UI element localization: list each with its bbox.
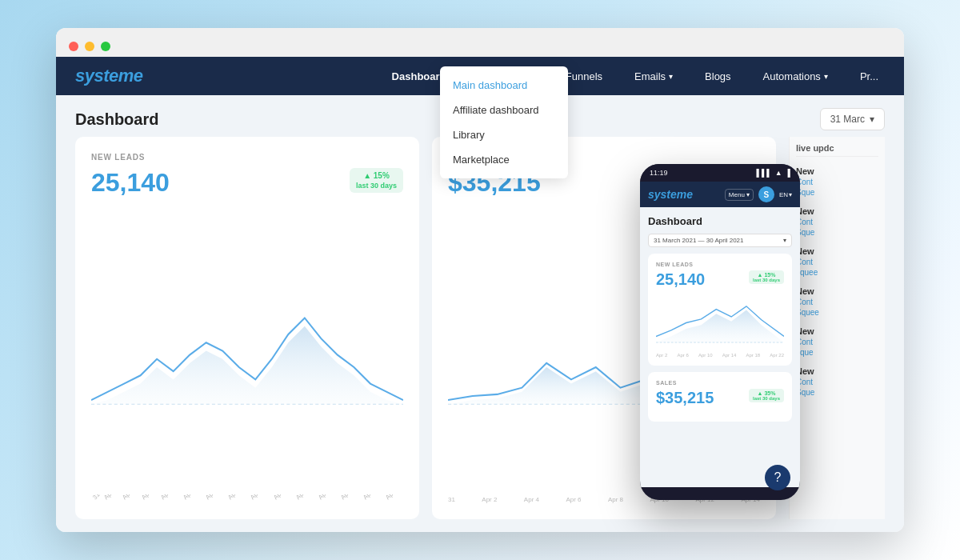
update-detail: Squee	[796, 308, 878, 317]
x-label: Apr 26	[339, 494, 358, 501]
x-label: Apr 8	[140, 494, 156, 501]
update-detail: Cont	[796, 218, 878, 226]
traffic-light-red[interactable]	[69, 42, 78, 51]
chevron-down-icon: ▾	[824, 72, 828, 81]
traffic-light-green[interactable]	[101, 42, 110, 51]
phone-leads-chart	[656, 295, 784, 351]
update-new-label: New	[796, 246, 878, 256]
phone-menu-button[interactable]: Menu ▾	[725, 189, 754, 201]
update-detail: Cont	[796, 298, 878, 306]
new-leads-card: NEW LEADS 25,140 ▲ 15% last 30 days	[75, 137, 419, 519]
new-leads-value-row: 25,140 ▲ 15% last 30 days	[91, 168, 403, 198]
x-label: 31	[448, 496, 455, 503]
x-label: Apr 28	[362, 494, 380, 501]
browser-chrome	[56, 28, 904, 57]
badge-sub: last 30 days	[356, 182, 397, 190]
update-detail: Sque	[796, 188, 878, 197]
x-label: Apr 6	[121, 494, 137, 501]
x-label: Apr 12	[182, 494, 200, 501]
chevron-down-icon: ▾	[783, 237, 786, 244]
phone-sales-card: SALES $35,215 ▲ 35% last 30 days	[648, 372, 792, 422]
date-range-button[interactable]: 31 Marc ▾	[820, 108, 885, 130]
update-new-label: New	[796, 326, 878, 336]
x-label: Apr 10	[159, 494, 178, 501]
phone-sales-value-row: $35,215 ▲ 35% last 30 days	[656, 389, 784, 407]
right-panel: live updc New Cont Sque New Cont Sque Ne…	[789, 137, 885, 519]
update-detail: Cont	[796, 338, 878, 346]
x-label: Apr 18	[249, 494, 267, 501]
new-leads-label: NEW LEADS	[91, 153, 403, 162]
phone-avatar[interactable]: S	[758, 186, 774, 202]
new-leads-value: 25,140	[91, 168, 170, 198]
traffic-light-yellow[interactable]	[85, 42, 94, 51]
x-label: Apr 4	[102, 494, 118, 501]
page-title: Dashboard	[75, 110, 158, 129]
x-label: Apr 24	[317, 494, 335, 501]
dropdown-item-main[interactable]: Main dashboard	[440, 73, 568, 98]
arrow-up-icon: ▲ 15%	[363, 171, 390, 180]
x-label: Apr 30	[384, 494, 402, 501]
phone-date-range[interactable]: 31 March 2021 — 30 April 2021 ▾	[648, 234, 792, 247]
phone-nav: systeme Menu ▾ S EN ▾	[640, 182, 800, 207]
phone-sales-value: $35,215	[656, 389, 714, 407]
update-item-6: New Cont Sque	[796, 366, 878, 397]
logo: systeme	[75, 66, 143, 86]
update-detail: Cont	[796, 258, 878, 266]
nav-item-emails[interactable]: Emails ▾	[628, 67, 679, 86]
chevron-down-icon: ▾	[789, 191, 792, 198]
phone-chart-labels: Apr 2 Apr 6 Apr 10 Apr 14 Apr 18 Apr 22	[656, 353, 784, 358]
update-item-5: New Cont sque	[796, 326, 878, 357]
phone-help-fab[interactable]: ?	[765, 465, 790, 487]
dropdown-item-library[interactable]: Library	[440, 122, 568, 147]
badge-sub: last 30 days	[753, 278, 780, 282]
nav-item-automations[interactable]: Automations ▾	[757, 67, 834, 86]
phone-mockup: 11:19 ▌▌▌ ▲ ▐ systeme Menu ▾ S EN ▾	[640, 164, 800, 500]
update-item-4: New Cont Squee	[796, 286, 878, 317]
nav-item-pr[interactable]: Pr...	[854, 67, 885, 86]
chevron-down-icon: ▾	[746, 191, 750, 198]
update-detail: Cont	[796, 178, 878, 186]
phone-lang-button[interactable]: EN ▾	[779, 191, 792, 198]
phone-page-title: Dashboard	[648, 215, 792, 227]
new-leads-badge: ▲ 15% last 30 days	[350, 168, 403, 193]
x-label: Apr 22	[294, 494, 313, 501]
phone-leads-value: 25,140	[656, 270, 705, 289]
update-item-1: New Cont Sque	[796, 166, 878, 197]
browser-window: systeme Dashboard ▾ Contacts ▾ Funnels E…	[56, 28, 904, 532]
dropdown-item-marketplace[interactable]: Marketplace	[440, 147, 568, 172]
chevron-down-icon: ▾	[669, 72, 673, 81]
badge-sub: last 30 days	[753, 396, 780, 401]
update-item-2: New Cont Sque	[796, 206, 878, 237]
update-detail: Sque	[796, 228, 878, 237]
x-label: Apr 16	[226, 494, 245, 501]
dropdown-item-affiliate[interactable]: Affiliate dashboard	[440, 98, 568, 122]
phone-leads-badge: ▲ 15% last 30 days	[749, 270, 784, 284]
phone-content: Dashboard 31 March 2021 — 30 April 2021 …	[640, 207, 800, 487]
x-label: Apr 20	[272, 494, 290, 501]
update-new-label: New	[796, 286, 878, 296]
phone-leads-label: NEW LEADS	[656, 262, 784, 267]
phone-status-icons: ▌▌▌ ▲ ▐	[757, 169, 790, 177]
update-item-3: New Cont squee	[796, 246, 878, 277]
dashboard-dropdown: Main dashboard Affiliate dashboard Libra…	[440, 66, 568, 178]
x-label: 31	[91, 494, 102, 501]
update-detail: Cont	[796, 378, 878, 386]
phone-leads-card: NEW LEADS 25,140 ▲ 15% last 30 days	[648, 254, 792, 366]
x-label: Apr 6	[566, 496, 581, 503]
phone-time: 11:19	[650, 169, 668, 177]
update-detail: sque	[796, 348, 878, 357]
nav-item-blogs[interactable]: Blogs	[698, 67, 738, 86]
phone-logo: systeme	[648, 188, 693, 201]
phone-status-bar: 11:19 ▌▌▌ ▲ ▐	[640, 164, 800, 182]
x-label: Apr 8	[608, 496, 623, 503]
signal-icon: ▌▌▌	[757, 169, 772, 177]
update-detail: Sque	[796, 388, 878, 397]
leads-chart	[91, 207, 403, 494]
phone-leads-value-row: 25,140 ▲ 15% last 30 days	[656, 270, 784, 289]
x-label: Apr 2	[482, 496, 497, 503]
phone-nav-right: Menu ▾ S EN ▾	[725, 186, 792, 202]
update-new-label: New	[796, 366, 878, 376]
x-label: Apr 14	[204, 494, 222, 501]
phone-sales-badge: ▲ 35% last 30 days	[749, 389, 784, 402]
wifi-icon: ▲	[775, 169, 782, 177]
